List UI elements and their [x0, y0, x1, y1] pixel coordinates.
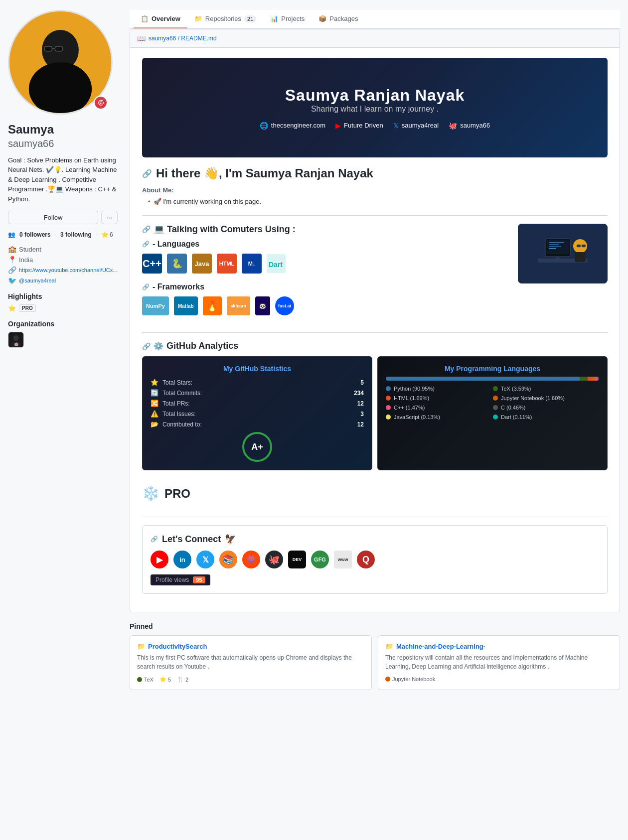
- book-icon: 📖: [137, 34, 146, 42]
- dev-icon[interactable]: DEV: [288, 551, 306, 568]
- pr-icon: 🔀: [151, 400, 158, 407]
- readme-card: 📖 saumya66 / README.md Saumya Ranjan Nay…: [130, 29, 620, 612]
- twitter-social-icon[interactable]: 𝕏: [196, 551, 214, 568]
- svg-rect-19: [575, 252, 586, 262]
- dart-icon: Dart: [267, 254, 286, 273]
- pinned-desc-0: This is my first PC software that automa…: [137, 653, 364, 671]
- fork-icon-0: 🍴: [177, 676, 184, 683]
- tex-bar: [580, 377, 587, 381]
- tab-packages[interactable]: 📦 Packages: [312, 10, 365, 28]
- quora-icon[interactable]: Q: [357, 551, 375, 568]
- repo-icon-1: 📁: [385, 643, 393, 650]
- website-icon[interactable]: www: [334, 551, 352, 568]
- fastai-icon: fast.ai: [275, 296, 294, 315]
- profile-views-badge: Profile views 95: [151, 574, 210, 585]
- banner-links: 🌐 thecsengineer.com ▶ Future Driven 𝕏 sa…: [260, 122, 490, 130]
- svg-point-6: [29, 62, 92, 115]
- pinned-card-title-1: 📁 Machine-and-Deep-Learning-: [385, 643, 613, 650]
- pinned-card-0: 📁 ProductivitySearch This is my first PC…: [130, 635, 372, 690]
- highlights-title: Highlights: [8, 292, 118, 300]
- tex-dot: [493, 386, 498, 391]
- tabs-bar: 📋 Overview 📁 Repositories 21 📊 Projects …: [130, 10, 620, 29]
- org-avatar[interactable]: 🤖: [8, 332, 24, 348]
- about-me-item-0: • 🚀 I'm currently working on this page.: [148, 198, 608, 205]
- stat-stars: ⭐ Total Stars: 5: [151, 379, 364, 386]
- star-icon: ⭐: [8, 304, 16, 312]
- readme-header: 📖 saumya66 / README.md: [130, 29, 620, 48]
- twitter-icon: 🐦: [8, 277, 16, 284]
- banner-link-yt: ▶ Future Driven: [335, 122, 383, 130]
- frameworks-section: 🔗 - Frameworks NumPy Matlab 🔥 sklearn 🐼 …: [142, 282, 518, 315]
- readme-body: Saumya Ranjan Nayak Sharing what I learn…: [130, 48, 620, 612]
- following-count[interactable]: 3 following: [60, 231, 92, 238]
- lang-html: HTML (1.69%): [386, 395, 492, 401]
- html-icon: HTML: [217, 254, 237, 274]
- langs-card: My Programming Languages: [377, 356, 608, 470]
- sidebar: 🎯 Saumya saumya66 Goal : Solve Problems …: [8, 10, 118, 690]
- pinned-title: Pinned: [130, 622, 620, 630]
- java-icon: Java: [192, 254, 212, 274]
- matlab-icon: Matlab: [174, 296, 198, 315]
- user-bio: Goal : Solve Problems on Earth using Neu…: [8, 155, 118, 204]
- banner-link-web: 🌐 thecsengineer.com: [260, 122, 325, 130]
- tab-projects[interactable]: 📊 Projects: [263, 10, 312, 28]
- svg-rect-20: [577, 245, 581, 247]
- github-social-icon[interactable]: 🐙: [265, 551, 283, 568]
- langs-bar: [386, 377, 599, 381]
- packages-icon: 📦: [318, 15, 326, 22]
- cpp-icon: C++: [142, 254, 162, 274]
- social-icons-row: ▶ in 𝕏 📚 👾 🐙 DEV GFG www Q: [151, 551, 599, 568]
- banner-subtitle: Sharing what I learn on my journey .: [311, 105, 439, 114]
- location-icon: 📍: [8, 256, 16, 264]
- followers-icon: 👥: [8, 231, 15, 238]
- tab-repositories[interactable]: 📁 Repositories 21: [187, 10, 264, 28]
- readme-link[interactable]: saumya66 / README.md: [149, 35, 217, 42]
- stats-card: My GitHub Statistics ⭐ Total Stars: 5 🔄 …: [142, 356, 372, 470]
- pinned-repo-link-1[interactable]: Machine-and-Deep-Learning-: [396, 643, 485, 650]
- section-divider-2: [142, 332, 608, 333]
- analytics-heading: 🔗 ⚙️ GitHub Analytics: [142, 341, 608, 351]
- stackoverflow-icon[interactable]: 📚: [219, 551, 237, 568]
- svg-rect-26: [549, 248, 556, 249]
- jupyter-bar: [591, 377, 595, 381]
- tab-overview[interactable]: 📋 Overview: [134, 10, 187, 28]
- analytics-section: 🔗 ⚙️ GitHub Analytics My GitHub Statisti…: [142, 341, 608, 470]
- followers-count[interactable]: 0 followers: [19, 231, 51, 238]
- langs-grid: Python (90.95%) TeX (3.59%) HTML (1.69%): [386, 386, 599, 422]
- markdown-icon: M↓: [242, 254, 262, 274]
- anchor-link-icon: 🔗: [142, 225, 151, 233]
- twitter-item[interactable]: 🐦 @saumya4real: [8, 277, 118, 284]
- pinned-grid: 📁 ProductivitySearch This is my first PC…: [130, 635, 620, 690]
- fw-anchor-icon: 🔗: [142, 283, 150, 290]
- talking-content: 🔗 💻 Talking with Comuters Using : 🔗 - La…: [142, 224, 518, 324]
- stat-prs: 🔀 Total PRs: 12: [151, 400, 364, 407]
- projects-icon: 📊: [270, 15, 278, 22]
- avatar-badge: 🎯: [94, 96, 108, 110]
- connect-emoji: 🦅: [225, 534, 236, 545]
- star-icon-0: ⭐: [159, 676, 166, 683]
- stat-issues: ⚠️ Total Issues: 3: [151, 410, 364, 418]
- reddit-icon[interactable]: 👾: [242, 551, 260, 568]
- youtube-icon[interactable]: ▶: [151, 551, 168, 568]
- profile-info: 🏫 Student 📍 India 🔗 https://www.youtube.…: [8, 245, 118, 284]
- c-dot: [493, 405, 498, 410]
- profile-views-count: 95: [193, 576, 205, 583]
- pinned-repo-link-0[interactable]: ProductivitySearch: [148, 643, 207, 650]
- user-login: saumya66: [8, 138, 118, 149]
- gfg-icon[interactable]: GFG: [311, 551, 329, 568]
- stat-contrib: 📂 Contributed to: 12: [151, 420, 364, 428]
- more-button[interactable]: ···: [101, 211, 118, 224]
- profile-banner: Saumya Ranjan Nayak Sharing what I learn…: [142, 58, 608, 157]
- website-item[interactable]: 🔗 https://www.youtube.com/channel/UCx...: [8, 266, 118, 274]
- stars-count: ⭐ 6: [101, 231, 113, 238]
- contrib-icon: 📂: [151, 420, 158, 428]
- svg-rect-2: [44, 46, 52, 51]
- pinned-meta-1: Jupyter Notebook: [385, 676, 613, 682]
- issues-icon: ⚠️: [151, 410, 158, 418]
- follow-button[interactable]: Follow: [8, 211, 98, 224]
- linkedin-icon[interactable]: in: [173, 551, 191, 568]
- pro-badge: PRO: [19, 304, 36, 312]
- lang-indicator-0: TeX: [137, 677, 154, 683]
- organizations-section: Organizations 🤖: [8, 320, 118, 348]
- analytics-cards: My GitHub Statistics ⭐ Total Stars: 5 🔄 …: [142, 356, 608, 470]
